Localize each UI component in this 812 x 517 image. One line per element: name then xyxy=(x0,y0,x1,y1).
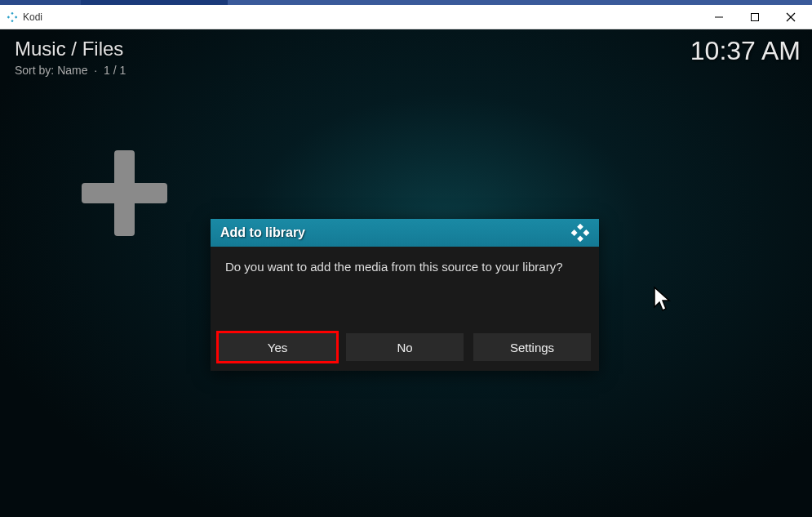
kodi-main-view: Music / Files Sort by: Name · 1 / 1 10:3… xyxy=(0,29,812,517)
no-button[interactable]: No xyxy=(346,333,464,361)
sort-value: Name xyxy=(57,64,87,77)
close-button[interactable] xyxy=(773,6,809,29)
plus-icon xyxy=(82,150,167,236)
window-titlebar: Kodi xyxy=(0,5,812,29)
maximize-button[interactable] xyxy=(737,6,773,29)
sort-prefix: Sort by: xyxy=(15,64,54,77)
minimize-button[interactable] xyxy=(701,6,737,29)
svg-rect-1 xyxy=(7,16,10,18)
breadcrumb: Music / Files xyxy=(15,38,123,60)
window-controls xyxy=(701,6,809,29)
yes-button[interactable]: Yes xyxy=(219,333,336,361)
clock: 10:37 AM xyxy=(690,36,801,66)
svg-rect-5 xyxy=(752,13,759,20)
settings-button[interactable]: Settings xyxy=(473,333,591,361)
svg-rect-9 xyxy=(82,183,167,203)
sort-info: Sort by: Name · 1 / 1 xyxy=(15,64,126,77)
svg-rect-2 xyxy=(15,16,17,18)
window-title: Kodi xyxy=(23,11,701,23)
svg-rect-11 xyxy=(571,230,578,236)
svg-rect-13 xyxy=(577,235,583,242)
dialog-message: Do you want to add the media from this s… xyxy=(211,247,599,333)
dialog-title: Add to library xyxy=(220,225,571,240)
kodi-app-icon xyxy=(7,11,18,23)
dialog-header: Add to library xyxy=(211,219,599,247)
page-indicator: 1 / 1 xyxy=(104,64,126,77)
add-to-library-dialog: Add to library Do you want to add the me… xyxy=(211,219,599,371)
svg-rect-0 xyxy=(11,11,13,14)
mouse-cursor-icon xyxy=(653,286,674,317)
svg-rect-12 xyxy=(583,230,589,236)
svg-rect-10 xyxy=(577,224,583,230)
dialog-button-row: Yes No Settings xyxy=(211,333,599,371)
kodi-logo-icon xyxy=(571,224,589,242)
svg-rect-3 xyxy=(11,20,13,22)
add-source-tile[interactable] xyxy=(82,150,167,236)
